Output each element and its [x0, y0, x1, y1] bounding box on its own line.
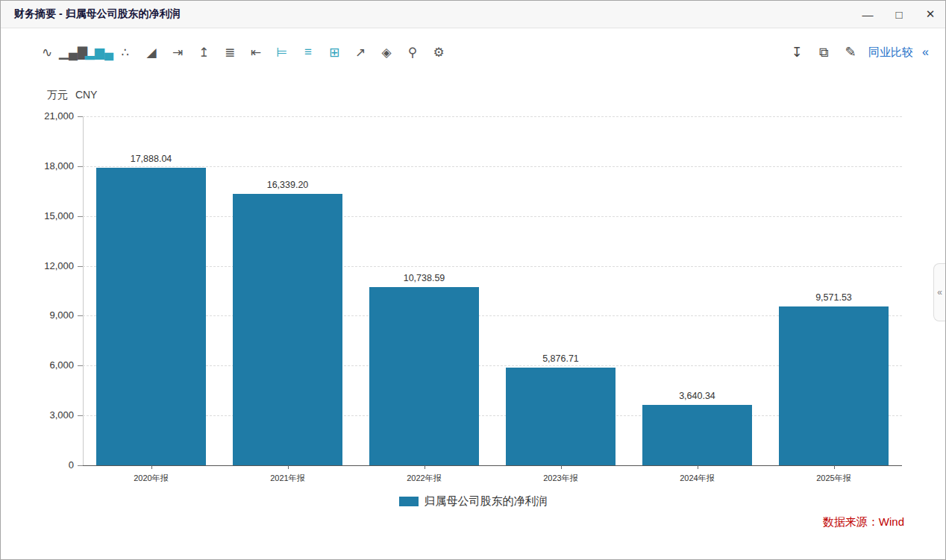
- y-tick-label: 9,000: [22, 309, 74, 321]
- y-axis-tick: [78, 365, 83, 366]
- minimize-button[interactable]: —: [860, 8, 875, 21]
- y-axis-unit-label: 万元 CNY: [47, 89, 97, 102]
- toolbar-right-group: ↧ ⧉ ✎ 同业比较 «: [788, 38, 929, 66]
- bar-right-icon[interactable]: ⇥: [169, 43, 187, 61]
- unit-text: 万元: [47, 89, 68, 101]
- bar-value-label: 16,339.20: [228, 180, 348, 190]
- area-chart-icon[interactable]: ◢: [142, 43, 160, 61]
- download-icon[interactable]: ↧: [788, 43, 806, 61]
- close-button[interactable]: ✕: [923, 7, 938, 21]
- y-tick-label: 3,000: [22, 409, 74, 421]
- legend: 归属母公司股东的净利润: [1, 494, 945, 509]
- settings-icon[interactable]: ⚙: [430, 43, 448, 61]
- column-chart-icon[interactable]: ▁▄▇: [64, 43, 82, 61]
- y-tick-label: 0: [22, 459, 74, 471]
- y-tick-label: 12,000: [22, 260, 74, 271]
- y-tick-label: 15,000: [22, 210, 74, 221]
- bar-value-label: 3,640.34: [638, 391, 757, 401]
- hbar-axis-icon[interactable]: ⊨: [273, 43, 291, 61]
- zoom-icon[interactable]: ⚲: [404, 43, 422, 61]
- x-tick-label: 2025年报: [774, 473, 894, 484]
- gridline: [83, 216, 902, 217]
- x-axis-line: [83, 465, 902, 466]
- y-axis-tick: [78, 116, 83, 117]
- bar-left-icon[interactable]: ⇤: [247, 43, 265, 61]
- gridline: [83, 266, 902, 267]
- legend-label[interactable]: 归属母公司股东的净利润: [425, 494, 548, 509]
- y-tick-label: 6,000: [22, 359, 74, 371]
- bar[interactable]: [642, 405, 751, 465]
- bar-value-label: 9,571.53: [774, 292, 894, 303]
- gridline: [83, 116, 902, 117]
- bar-value-label: 17,888.04: [92, 154, 211, 164]
- column-dashed-chart-icon[interactable]: ▂▆▄: [90, 43, 108, 61]
- x-tick-label: 2022年报: [365, 473, 484, 484]
- bar[interactable]: [506, 368, 615, 465]
- trend-line-icon[interactable]: ↗: [351, 43, 369, 61]
- x-tick-label: 2024年报: [638, 473, 757, 484]
- maximize-button[interactable]: □: [892, 8, 906, 21]
- x-axis-tick: [834, 465, 835, 469]
- y-axis-tick: [78, 465, 83, 466]
- grid-chart-icon[interactable]: ⊞: [325, 43, 343, 61]
- collapse-chevrons-icon[interactable]: «: [922, 45, 929, 59]
- bar[interactable]: [233, 194, 342, 465]
- scatter-chart-icon[interactable]: ∴: [116, 43, 134, 61]
- bar[interactable]: [779, 306, 888, 465]
- data-source-label: 数据来源：Wind: [823, 515, 904, 529]
- x-axis-tick: [288, 465, 289, 469]
- bar-value-label: 10,738.59: [365, 273, 484, 283]
- window-title: 财务摘要 - 归属母公司股东的净利润: [14, 7, 180, 21]
- bar[interactable]: [96, 168, 205, 465]
- fill-style-icon[interactable]: ◈: [378, 43, 395, 61]
- currency-text: CNY: [75, 89, 98, 101]
- x-axis-tick: [561, 465, 562, 469]
- edit-chart-icon[interactable]: ✎: [842, 43, 859, 61]
- hbar-bottom-icon[interactable]: ≡: [299, 43, 317, 61]
- line-chart-icon[interactable]: ∿: [38, 43, 56, 61]
- window-controls: — □ ✕: [860, 1, 938, 28]
- y-axis-tick: [78, 266, 83, 267]
- stacked-bar-icon[interactable]: ≣: [221, 43, 239, 61]
- y-axis-tick: [78, 315, 83, 316]
- peer-comparison-link[interactable]: 同业比较: [868, 45, 913, 60]
- bar-chart: 万元 CNY 03,0006,0009,00012,00015,00018,00…: [1, 1, 945, 559]
- titlebar: 财务摘要 - 归属母公司股东的净利润 — □ ✕: [1, 1, 945, 28]
- panel-collapse-handle[interactable]: «: [933, 263, 945, 321]
- app-window: 财务摘要 - 归属母公司股东的净利润 — □ ✕ ∿▁▄▇▂▆▄∴◢⇥↥≣⇤⊨≡…: [0, 0, 946, 560]
- x-tick-label: 2020年报: [92, 473, 211, 484]
- x-tick-label: 2023年报: [501, 473, 621, 484]
- x-axis-tick: [425, 465, 425, 469]
- copy-icon[interactable]: ⧉: [815, 43, 833, 61]
- y-axis-tick: [78, 166, 83, 167]
- bar-top-icon[interactable]: ↥: [195, 43, 213, 61]
- y-axis-line: [83, 116, 84, 465]
- legend-swatch[interactable]: [399, 497, 419, 506]
- bar-value-label: 5,876.71: [501, 353, 621, 364]
- y-axis-tick: [78, 216, 83, 217]
- x-axis-tick: [151, 465, 152, 469]
- x-axis-tick: [698, 465, 698, 469]
- chart-type-toolbar: ∿▁▄▇▂▆▄∴◢⇥↥≣⇤⊨≡⊞↗◈⚲⚙: [38, 43, 448, 61]
- y-tick-label: 21,000: [22, 110, 74, 122]
- y-axis-tick: [78, 415, 83, 416]
- bar[interactable]: [369, 287, 478, 465]
- chart-toolbar: ∿▁▄▇▂▆▄∴◢⇥↥≣⇤⊨≡⊞↗◈⚲⚙ ↧ ⧉ ✎ 同业比较 «: [1, 38, 945, 66]
- y-tick-label: 18,000: [22, 160, 74, 172]
- gridline: [83, 166, 902, 167]
- x-tick-label: 2021年报: [228, 473, 348, 484]
